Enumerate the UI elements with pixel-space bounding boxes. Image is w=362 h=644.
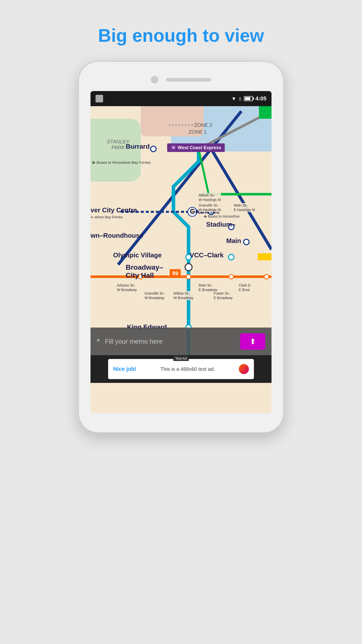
status-left <box>96 95 103 102</box>
burrard-dot <box>151 146 156 152</box>
phone-device: ▼ ▮ 4:05 STANLEY PARK <box>78 61 284 433</box>
bus-stop-2 <box>186 274 191 279</box>
arbutus-info: Arbutus St–W Broadway <box>117 283 137 292</box>
stadium-label: Stadium– <box>206 221 236 228</box>
memo-share-button[interactable]: ⬆ <box>240 333 265 350</box>
main-label: Main <box>226 237 241 245</box>
ad-banner: Test Ad Nice job! This is a 468x60 test … <box>90 355 272 383</box>
status-time: 4:05 <box>255 95 266 102</box>
ad-test-label: Test Ad <box>173 356 189 361</box>
burrard-label: Burrard <box>126 143 150 150</box>
ferry-icon-1: ⛴ <box>92 160 96 165</box>
phone-camera <box>151 76 158 84</box>
battery-icon <box>244 96 253 101</box>
vcc-clark-label: VCC–Clark <box>190 251 223 259</box>
zone2-label: ZONE 2 <box>194 122 212 128</box>
phone-screen: ▼ ▮ 4:05 STANLEY PARK <box>90 91 272 413</box>
phone-top-bar <box>88 76 274 84</box>
bus-99-badge: 99 <box>170 269 181 278</box>
memo-expand-arrow[interactable]: ^ <box>97 338 100 345</box>
memo-placeholder-text[interactable]: Fill your memo here <box>105 338 240 345</box>
green-line-terminus <box>259 106 272 119</box>
share-icon: ⬆ <box>250 337 256 346</box>
fraser-st-info: Fraser St–E Broadway <box>214 291 233 300</box>
olympic-village-label: Olympic Village <box>113 251 162 259</box>
wce-label: West Coast Express <box>178 145 221 150</box>
abbott-st-info: Abbott St–W Hastings St <box>199 193 221 202</box>
zone1-label: ZONE 1 <box>189 129 207 135</box>
memo-bar[interactable]: ^ Fill your memo here ⬆ <box>90 328 272 355</box>
ad-content: Test Ad Nice job! This is a 468x60 test … <box>108 359 254 379</box>
notification-icon <box>96 95 103 102</box>
city-centre-label: ver City Centre <box>90 206 137 214</box>
clark-d-info: Clark DE Broa <box>239 283 251 292</box>
ad-nice-job-text: Nice job! <box>113 366 137 372</box>
ad-logo-icon <box>239 364 249 374</box>
signal-icon: ▮ <box>239 96 241 101</box>
page-title: Big enough to view <box>98 25 264 46</box>
buses-horseshoe-bay-1: ⛴ Buses to Horseshoe Bay Ferries <box>92 160 151 165</box>
ad-description-text: This is a 468x60 test ad. <box>160 366 215 372</box>
wifi-icon: ▼ <box>231 96 236 102</box>
bus-stop-3 <box>229 274 234 279</box>
main-dot <box>244 239 249 245</box>
west-coast-express-badge: W West Coast Express <box>167 143 225 152</box>
main-e-info: Main St–E Hastings St <box>234 203 255 212</box>
broadway-city-hall-dot <box>185 264 192 271</box>
phone-speaker <box>166 78 211 82</box>
buses-horseshoe-bay-2: ⛴ sehoe Bay Ferries <box>90 215 123 219</box>
buses-horseshoe-bay-3: ⛴ Buses to Horseshoe <box>204 214 240 218</box>
vcc-yellow-flag <box>258 253 272 260</box>
status-right: ▼ ▮ 4:05 <box>231 95 266 102</box>
broadway-city-hall-label: Broadway–City Hall <box>126 263 163 279</box>
zone-labels: ZONE 2 ZONE 1 <box>168 121 212 136</box>
zone2-dots <box>168 123 193 127</box>
transit-map[interactable]: STANLEY PARK ZONE 2 ZONE 1 W <box>90 106 272 383</box>
main-e-broadway-info: Main St–E Broadway <box>199 283 217 292</box>
roundhouse-label: wn–Roundhouse <box>90 232 143 239</box>
bus-stop-4 <box>264 274 269 279</box>
granville-w-info: Granville St–W Hastings St <box>199 203 221 212</box>
willow-info: Willow St–W Broadway <box>173 291 193 300</box>
granville-w-broadway-info: Granville St–W Broadway <box>145 291 165 300</box>
status-bar: ▼ ▮ 4:05 <box>90 91 272 106</box>
wce-icon: W <box>171 145 176 150</box>
vcc-clark-dot <box>229 254 234 260</box>
